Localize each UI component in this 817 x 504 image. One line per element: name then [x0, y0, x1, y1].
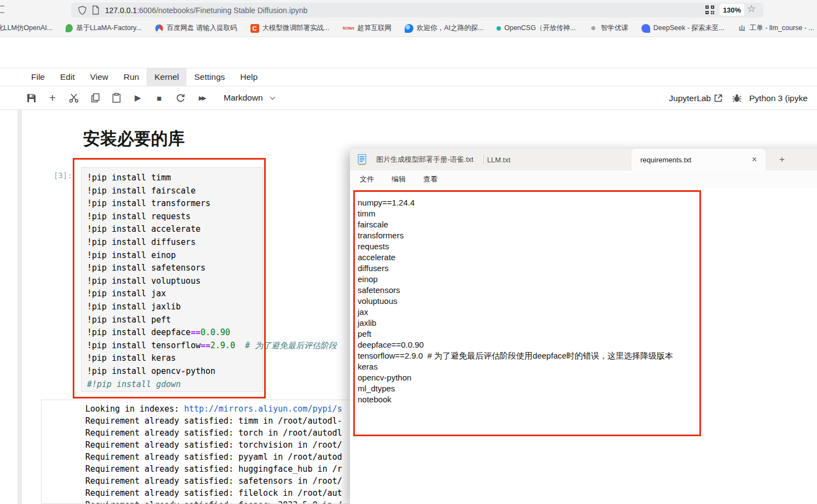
bookmark-item[interactable]: C大模型微调部署实战... — [250, 24, 330, 33]
bookmark-label: DeepSeek - 探索未至... — [653, 24, 725, 33]
jupyterlab-label: JupyterLab — [669, 93, 711, 103]
url-domain: 127.0.0.1 — [105, 6, 137, 15]
menu-file[interactable]: File — [24, 68, 52, 86]
jupyter-header: jupyter Finetuning Stable Diffusion Last… — [0, 37, 817, 68]
address-bar[interactable]: 127.0.0.1:6006/notebooks/Finetuning Stab… — [71, 3, 763, 17]
browser-toolbar: 127.0.0.1:6006/notebooks/Finetuning Stab… — [0, 0, 817, 20]
qr-code-icon[interactable] — [705, 5, 715, 17]
bookmark-item[interactable]: 化LLM仿OpenAI... — [0, 24, 52, 33]
menu-run[interactable]: Run — [116, 68, 147, 86]
site-security-shield-icon[interactable] — [78, 5, 87, 15]
notepad-tabbar: 图片生成模型部署手册-语雀.txt LLM.txt requirements.t… — [350, 149, 817, 171]
bookmark-label: 百度网盘 请输入提取码 — [167, 24, 237, 33]
notepad-menu-item[interactable]: 编辑 — [392, 174, 406, 184]
open-in-jupyterlab-link[interactable]: JupyterLab — [669, 93, 722, 103]
url-text[interactable]: 127.0.0.1:6006/notebooks/Finetuning Stab… — [105, 6, 307, 15]
screen: 127.0.0.1:6006/notebooks/Finetuning Stab… — [0, 0, 817, 504]
bookmark-label: 智学优课 — [601, 24, 628, 33]
swirl-favicon-icon — [405, 24, 413, 33]
jupyter-menubar: FileEditViewRunKernelSettingsHelp — [0, 68, 817, 86]
restart-kernel-button[interactable] — [174, 92, 186, 104]
bookmark-label: 超算互联网 — [357, 24, 392, 33]
mountain-favicon-icon: 山 — [738, 24, 746, 33]
bookmark-item[interactable]: DeepSeek - 探索未至... — [641, 24, 725, 33]
bookmark-label: 大模型微调部署实战... — [262, 24, 330, 33]
notepad-menubar: 文件编辑查看 — [350, 171, 817, 188]
external-link-icon — [714, 94, 722, 102]
favorite-star-icon[interactable]: ☆ — [747, 3, 756, 15]
debugger-bug-icon[interactable] — [732, 93, 742, 103]
bookmark-label: 化LLM仿OpenAI... — [0, 24, 52, 33]
notepad-tab-2[interactable]: LLM.txt — [484, 149, 521, 171]
scnet-favicon-icon: SCNet — [342, 24, 354, 33]
bookmark-label: 欢迎你，AI之路的探... — [417, 24, 483, 33]
menu-edit[interactable]: Edit — [52, 68, 83, 86]
cut-cells-button[interactable] — [68, 92, 80, 104]
jupyter-toolbar: + ▶ ■ ▶▶ Markdown JupyterLab Pyt — [0, 86, 817, 110]
menu-view[interactable]: View — [83, 68, 116, 86]
insert-cell-button[interactable]: + — [46, 92, 59, 104]
bookmark-item[interactable]: 山工单 - llm_course - ... — [738, 24, 814, 33]
bookmark-item[interactable]: 基于LLaMA-Factory... — [66, 24, 142, 33]
deepseek-favicon-icon — [641, 24, 650, 33]
execution-count: [3]: — [54, 171, 72, 180]
bookmark-label: 工单 - llm_course - ... — [750, 24, 814, 33]
notepad-menu-item[interactable]: 文件 — [360, 174, 374, 184]
window-edge-mark — [0, 5, 4, 13]
page-document-icon[interactable] — [92, 5, 100, 15]
menu-settings[interactable]: Settings — [186, 68, 232, 86]
notepad-app-icon — [358, 154, 366, 165]
menu-help[interactable]: Help — [232, 68, 265, 86]
menu-kernel[interactable]: Kernel — [147, 68, 186, 86]
bookmark-item[interactable]: ⊕智学优课 — [589, 24, 628, 33]
annotation-rectangle-code — [73, 158, 266, 398]
new-tab-button[interactable]: + — [775, 153, 789, 166]
paste-cells-button[interactable] — [110, 92, 122, 104]
annotation-rectangle-requirements — [353, 190, 701, 436]
url-path: :6006/notebooks/Finetuning Stable Diffus… — [137, 6, 307, 15]
stop-kernel-button[interactable]: ■ — [153, 92, 165, 104]
notepad-menu-item[interactable]: 查看 — [423, 174, 437, 184]
cell-type-value: Markdown — [224, 93, 263, 103]
active-tab-label: requirements.txt — [640, 156, 691, 164]
bookmark-item[interactable]: SCNet超算互联网 — [342, 24, 392, 33]
bookmark-label: 基于LLaMA-Factory... — [76, 24, 142, 33]
globe-favicon-icon: ⊕ — [589, 24, 598, 33]
opencsg-favicon-icon — [497, 26, 501, 31]
kernel-name-label[interactable]: Python 3 (ipyke — [749, 93, 817, 103]
notepad-tab-active[interactable]: requirements.txt × — [632, 149, 766, 171]
chevron-down-icon — [270, 94, 275, 99]
left-gutter — [17, 110, 22, 504]
baidu-favicon-icon — [155, 24, 164, 33]
notepad-tab-1[interactable]: 图片生成模型部署手册-语雀.txt — [373, 149, 483, 171]
bookmark-label: OpenCSG（开放传神... — [504, 24, 576, 33]
copy-cells-button[interactable] — [89, 92, 101, 104]
bookmark-item[interactable]: 百度网盘 请输入提取码 — [155, 24, 237, 33]
run-cell-button[interactable]: ▶ — [132, 92, 144, 104]
bookmark-item[interactable]: OpenCSG（开放传神... — [497, 24, 576, 33]
restart-run-all-button[interactable]: ▶▶ — [196, 92, 208, 104]
cell-type-dropdown[interactable]: Markdown — [224, 93, 275, 103]
leaf-favicon-icon — [66, 24, 73, 32]
bookmarks-bar: 化LLM仿OpenAI...基于LLaMA-Factory...百度网盘 请输入… — [0, 20, 817, 37]
zoom-level-badge[interactable]: 130% — [720, 4, 744, 16]
markdown-heading[interactable]: 安装必要的库 — [83, 127, 185, 150]
c-orange-favicon-icon: C — [250, 24, 259, 33]
save-button[interactable] — [25, 92, 37, 104]
close-tab-icon[interactable]: × — [750, 155, 759, 165]
bookmark-item[interactable]: 欢迎你，AI之路的探... — [405, 24, 483, 33]
